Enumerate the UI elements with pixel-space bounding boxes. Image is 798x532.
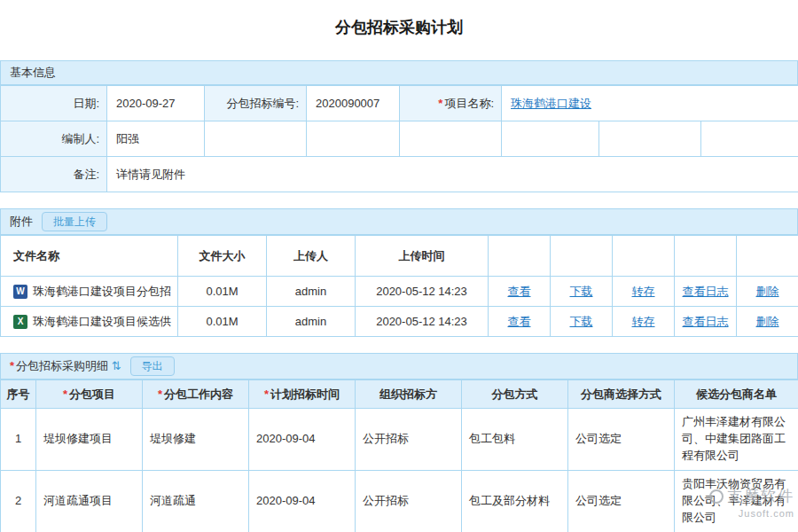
word-file-icon: W (13, 285, 27, 299)
delete-link[interactable]: 删除 (756, 285, 779, 298)
detail-header-method: 分包方式 (462, 380, 568, 409)
attachments-header-action (675, 236, 737, 277)
attachments-table: 文件名称 文件大小 上传人 上传时间 W 珠海鹤港口建设项目分包招 0 (0, 235, 798, 337)
attachment-uploadtime: 2020-05-12 14:23 (356, 277, 489, 307)
detail-organizer: 公开招标 (356, 471, 462, 532)
required-asterisk: * (264, 387, 269, 401)
project-name-label-text: 项目名称: (444, 97, 494, 110)
export-button[interactable]: 导出 (130, 356, 175, 376)
attachment-uploader: admin (267, 277, 356, 307)
delete-link[interactable]: 删除 (756, 315, 779, 328)
bid-no-value: 2020090007 (307, 86, 400, 121)
detail-bidtime: 2020-09-04 (249, 409, 356, 471)
excel-file-icon: X (13, 315, 27, 329)
view-log-link[interactable]: 查看日志 (683, 285, 729, 298)
attachment-uploader: admin (267, 307, 356, 337)
detail-bidtime: 2020-09-04 (249, 471, 356, 532)
attachments-section-title: 附件 (10, 214, 33, 230)
empty-cell (701, 121, 798, 157)
attachment-row: X 珠海鹤港口建设项目候选供 0.01M admin 2020-05-12 14… (1, 307, 798, 337)
required-asterisk: * (438, 97, 442, 110)
page-title: 分包招标采购计划 (335, 17, 463, 38)
detail-selection: 公司选定 (568, 409, 675, 471)
bid-no-label: 分包招标编号: (205, 86, 307, 121)
attachments-header-action (737, 236, 798, 277)
empty-cell (307, 121, 400, 157)
basic-info-table: 日期: 2020-09-27 分包招标编号: 2020090007 *项目名称:… (0, 85, 798, 192)
attachments-header-filename: 文件名称 (1, 236, 178, 277)
attachment-filename: 珠海鹤港口建设项目分包招 (33, 284, 171, 300)
transfer-link[interactable]: 转存 (632, 285, 655, 298)
detail-project: 堤坝修建项目 (36, 409, 143, 471)
empty-cell (205, 121, 307, 157)
detail-candidates: 广州丰泽建材有限公司、中建集团路面工程有限公司 (675, 409, 798, 471)
date-label: 日期: (1, 86, 107, 121)
basic-info-section-title: 基本信息 (10, 65, 56, 81)
required-asterisk: * (158, 387, 162, 401)
sort-icon[interactable]: ⇅ (112, 359, 121, 372)
basic-info-row-1: 日期: 2020-09-27 分包招标编号: 2020090007 *项目名称:… (1, 86, 798, 121)
detail-project: 河道疏通项目 (36, 471, 143, 532)
project-name-cell: 珠海鹤港口建设 (502, 86, 798, 121)
attachment-filesize: 0.01M (178, 307, 267, 337)
attachments-header-filesize: 文件大小 (178, 236, 267, 277)
detail-method: 包工及部分材料 (462, 471, 568, 532)
detail-content: 河道疏通 (143, 471, 249, 532)
detail-header-no: 序号 (1, 380, 36, 409)
detail-header-row: 序号 *分包项目 *分包工作内容 *计划招标时间 组织招标方 分包方式 分包商选… (1, 380, 798, 409)
detail-organizer: 公开招标 (356, 409, 462, 471)
basic-info-section-bar: 基本信息 (0, 60, 798, 85)
empty-cell (502, 121, 599, 157)
attachment-row: W 珠海鹤港口建设项目分包招 0.01M admin 2020-05-12 14… (1, 277, 798, 307)
detail-content: 堤坝修建 (143, 409, 249, 471)
detail-row: 1 堤坝修建项目 堤坝修建 2020-09-04 公开招标 包工包料 公司选定 … (1, 409, 798, 471)
creator-value: 阳强 (107, 121, 205, 157)
attachments-header-action (613, 236, 675, 277)
attachment-filename-cell: X 珠海鹤港口建设项目候选供 (1, 307, 178, 337)
attachments-section-bar: 附件 批量上传 (0, 208, 798, 235)
attachments-header-action (489, 236, 551, 277)
basic-info-row-3: 备注: 详情请见附件 (1, 157, 798, 192)
detail-selection: 公司选定 (568, 471, 675, 532)
download-link[interactable]: 下载 (570, 285, 593, 298)
page-header: 分包招标采购计划 (0, 0, 798, 55)
detail-section-bar: *分包招标采购明细 ⇅ 导出 (0, 353, 798, 379)
remark-value: 详情请见附件 (107, 157, 798, 192)
view-log-link[interactable]: 查看日志 (683, 315, 729, 328)
detail-header-selection: 分包商选择方式 (568, 380, 675, 409)
detail-row: 2 河道疏通项目 河道疏通 2020-09-04 公开招标 包工及部分材料 公司… (1, 471, 798, 532)
attachments-header-row: 文件名称 文件大小 上传人 上传时间 (1, 236, 798, 277)
attachments-header-uploader: 上传人 (267, 236, 356, 277)
detail-header-bidtime: *计划招标时间 (249, 380, 356, 409)
creator-label: 编制人: (1, 121, 107, 157)
batch-upload-button[interactable]: 批量上传 (42, 212, 107, 231)
attachments-header-uploadtime: 上传时间 (356, 236, 489, 277)
remark-label: 备注: (1, 157, 107, 192)
detail-candidates: 贵阳丰沃物资贸易有限公司、丰泽建材有限公司 (675, 471, 798, 532)
download-link[interactable]: 下载 (570, 315, 593, 328)
detail-method: 包工包料 (462, 409, 568, 471)
empty-cell (599, 121, 701, 157)
detail-header-organizer: 组织招标方 (356, 380, 462, 409)
page: 分包招标采购计划 基本信息 日期: 2020-09-27 分包招标编号: 202… (0, 0, 798, 532)
date-value: 2020-09-27 (107, 86, 205, 121)
empty-cell (400, 121, 502, 157)
attachments-header-action (551, 236, 613, 277)
view-link[interactable]: 查看 (508, 285, 531, 298)
attachment-filename: 珠海鹤港口建设项目候选供 (33, 314, 171, 330)
attachment-filename-cell: W 珠海鹤港口建设项目分包招 (1, 277, 178, 307)
attachment-uploadtime: 2020-05-12 14:23 (356, 307, 489, 337)
transfer-link[interactable]: 转存 (632, 315, 655, 328)
detail-no: 2 (1, 471, 36, 532)
project-name-link[interactable]: 珠海鹤港口建设 (511, 97, 591, 110)
view-link[interactable]: 查看 (508, 315, 531, 328)
attachment-filesize: 0.01M (178, 277, 267, 307)
project-name-label: *项目名称: (400, 86, 502, 121)
detail-header-candidates: 候选分包商名单 (675, 380, 798, 409)
required-asterisk: * (10, 359, 14, 372)
detail-header-project: *分包项目 (36, 380, 143, 409)
detail-header-content: *分包工作内容 (143, 380, 249, 409)
required-asterisk: * (63, 387, 67, 401)
detail-table: 序号 *分包项目 *分包工作内容 *计划招标时间 组织招标方 分包方式 分包商选… (0, 379, 798, 532)
detail-section-title-text: 分包招标采购明细 (16, 359, 108, 372)
